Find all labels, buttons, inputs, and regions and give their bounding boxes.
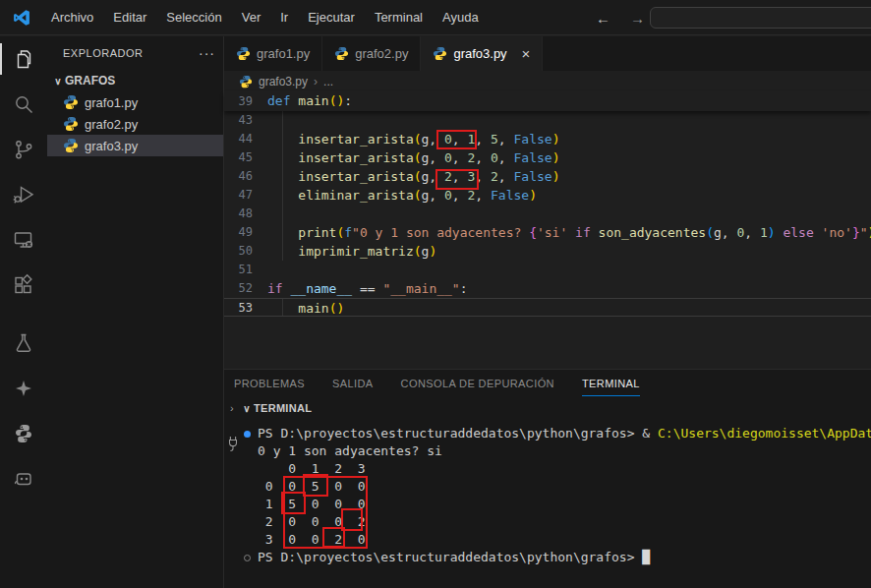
- terminal-text: 0 1 2 3: [258, 460, 366, 478]
- panel-tab-problemas[interactable]: PROBLEMAS: [234, 370, 305, 396]
- file-item-grafo3-py[interactable]: grafo3.py: [47, 135, 223, 156]
- folder-label: GRAFOS: [65, 74, 115, 88]
- code-text: main(): [267, 299, 344, 316]
- close-icon[interactable]: ×: [522, 45, 531, 62]
- python-file-icon: [63, 94, 79, 110]
- python-file-icon: [63, 138, 79, 153]
- code-line-44[interactable]: 44 insertar_arista(g, 0, 1, 5, False): [224, 130, 871, 148]
- line-number: 45: [224, 148, 267, 167]
- more-actions-icon[interactable]: ···: [199, 45, 215, 61]
- terminal-line-3: 0 0 5 0 0: [244, 478, 871, 496]
- panel-tab-bar: PROBLEMASSALIDACONSOLA DE DEPURACIÓNTERM…: [224, 370, 871, 396]
- file-item-grafo2-py[interactable]: grafo2.py: [47, 113, 223, 135]
- line-number: 52: [224, 279, 267, 298]
- terminal-text: 3 0 0 2 0: [258, 531, 366, 549]
- explorer-header: EXPLORADOR ···: [47, 36, 223, 70]
- back-arrow-icon[interactable]: ←: [596, 10, 610, 27]
- file-label: grafo3.py: [85, 139, 138, 153]
- terminal-line-5: 2 0 0 0 2: [244, 513, 871, 531]
- terminal-text: 0 y 1 son adyacentes? si: [258, 442, 442, 460]
- terminal-section-header[interactable]: › ∨ TERMINAL: [224, 396, 871, 420]
- code-line-39[interactable]: 39def main():: [224, 91, 352, 110]
- terminal-text: 1 5 0 0 0: [258, 496, 366, 513]
- source-control-icon[interactable]: [0, 127, 47, 172]
- panel-tab-consola-de-depuraci-n[interactable]: CONSOLA DE DEPURACIÓN: [401, 370, 554, 396]
- line-number: 48: [224, 205, 267, 223]
- terminal-text: 2 0 0 0 2: [258, 513, 366, 531]
- terminal-line-6: 3 0 0 2 0: [244, 531, 871, 549]
- breadcrumb-file[interactable]: grafo3.py: [259, 75, 308, 88]
- explorer-title: EXPLORADOR: [63, 47, 143, 59]
- menu-editar[interactable]: Editar: [103, 10, 156, 25]
- remote-explorer-icon[interactable]: [0, 217, 47, 263]
- command-center-search[interactable]: [650, 7, 871, 29]
- folder-grafos[interactable]: ∨ GRAFOS: [47, 70, 223, 91]
- extensions-icon[interactable]: [0, 263, 47, 308]
- file-item-grafo1-py[interactable]: grafo1.py: [47, 91, 223, 113]
- menu-ver[interactable]: Ver: [232, 10, 271, 25]
- sparkle-ai-icon[interactable]: [0, 366, 47, 411]
- tab-grafo1-py[interactable]: grafo1.py: [224, 36, 322, 71]
- code-text: eliminar_arista(g, 0, 2, False): [267, 186, 537, 205]
- search-icon[interactable]: [0, 82, 47, 127]
- terminal-section-label: TERMINAL: [254, 402, 312, 414]
- breadcrumb-more[interactable]: ...: [323, 75, 333, 88]
- code-line-50[interactable]: 50 imprimir_matriz(g): [224, 242, 871, 261]
- terminal-text: 0 0 5 0 0: [258, 478, 366, 496]
- code-line-53[interactable]: 53 main(): [224, 298, 871, 317]
- file-label: grafo1.py: [85, 95, 138, 110]
- menu-ir[interactable]: Ir: [270, 10, 298, 25]
- code-line-51[interactable]: 51: [224, 261, 871, 279]
- bottom-panel: PROBLEMASSALIDACONSOLA DE DEPURACIÓNTERM…: [224, 369, 871, 588]
- code-line-45[interactable]: 45 insertar_arista(g, 0, 2, 0, False): [224, 148, 871, 167]
- code-editor[interactable]: 4344 insertar_arista(g, 0, 1, 5, False)4…: [224, 111, 871, 369]
- code-line-46[interactable]: 46 insertar_arista(g, 2, 3, 2, False): [224, 167, 871, 186]
- command-decoration-circle[interactable]: [244, 549, 258, 566]
- code-line-48[interactable]: 48: [224, 205, 871, 223]
- menu-terminal[interactable]: Terminal: [365, 10, 433, 25]
- ai-assistant-icon[interactable]: [0, 456, 47, 501]
- terminal-line-4: 1 5 0 0 0: [244, 496, 871, 513]
- sticky-scroll-line[interactable]: 39def main():: [224, 91, 871, 111]
- menu-bar: ArchivoEditarSelecciónVerIrEjecutarTermi…: [41, 10, 489, 25]
- line-number: 44: [224, 130, 267, 148]
- code-line-47[interactable]: 47 eliminar_arista(g, 0, 2, False): [224, 186, 871, 205]
- code-text: print(f"0 y 1 son adyacentes? {'si' if s…: [267, 223, 871, 242]
- vscode-window: ArchivoEditarSelecciónVerIrEjecutarTermi…: [0, 0, 871, 588]
- forward-arrow-icon[interactable]: →: [630, 10, 645, 27]
- code-line-43[interactable]: 43: [224, 111, 871, 130]
- code-line-52[interactable]: 52if __name__ == "__main__":: [224, 279, 871, 298]
- chevron-right-icon[interactable]: ›: [224, 402, 240, 414]
- chevron-down-icon: ∨: [51, 76, 65, 87]
- python-extension-icon[interactable]: [0, 411, 47, 456]
- tab-grafo2-py[interactable]: grafo2.py: [322, 36, 421, 71]
- panel-tab-salida[interactable]: SALIDA: [332, 370, 374, 396]
- menu-selecci-n[interactable]: Selección: [156, 10, 231, 25]
- vscode-logo-icon: [12, 8, 31, 28]
- code-line-49[interactable]: 49 print(f"0 y 1 son adyacentes? {'si' i…: [224, 223, 871, 242]
- code-text: insertar_arista(g, 0, 2, 0, False): [267, 148, 559, 167]
- tab-grafo3-py[interactable]: grafo3.py×: [421, 36, 543, 71]
- chevron-down-icon: ∨: [240, 403, 254, 414]
- menu-ejecutar[interactable]: Ejecutar: [298, 10, 365, 25]
- chevron-right-icon: ›: [314, 75, 318, 88]
- terminal-cursor: █: [642, 550, 650, 564]
- python-file-icon: [239, 75, 253, 88]
- terminal-line-1: 0 y 1 son adyacentes? si: [244, 442, 871, 460]
- explorer-icon[interactable]: [0, 36, 47, 82]
- code-text: insertar_arista(g, 0, 1, 5, False): [267, 130, 559, 148]
- code-text: imprimir_matriz(g): [267, 242, 436, 261]
- menu-ayuda[interactable]: Ayuda: [433, 10, 489, 25]
- terminal-text: PS D:\proyectos\estructuraddedatos\pytho…: [258, 549, 650, 566]
- breadcrumb[interactable]: grafo3.py › ...: [224, 71, 871, 91]
- code-text: insertar_arista(g, 2, 3, 2, False): [267, 167, 559, 186]
- menu-archivo[interactable]: Archivo: [41, 10, 103, 25]
- title-bar: ArchivoEditarSelecciónVerIrEjecutarTermi…: [0, 0, 871, 35]
- run-and-debug-icon[interactable]: [0, 172, 47, 217]
- tab-label: grafo2.py: [355, 46, 408, 61]
- testing-beaker-icon[interactable]: [0, 321, 47, 366]
- command-decoration-dot[interactable]: [244, 425, 258, 442]
- line-number: 50: [224, 242, 267, 261]
- terminal-output[interactable]: PS D:\proyectos\estructuraddedatos\pytho…: [244, 425, 871, 566]
- panel-tab-terminal[interactable]: TERMINAL: [582, 370, 640, 396]
